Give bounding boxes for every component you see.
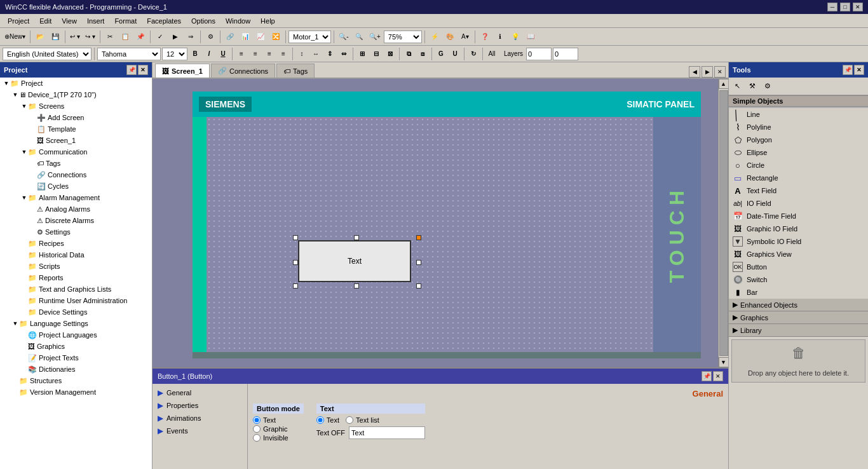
tool-polygon[interactable]: ⬠ Polygon [729, 133, 868, 146]
tree-item-cycles[interactable]: 🔄Cycles [0, 180, 152, 192]
tree-item-communication[interactable]: ▼📁Communication [0, 146, 152, 158]
font-color-btn[interactable]: A▾ [458, 30, 472, 44]
canvas-button[interactable]: Text [298, 240, 411, 282]
tree-item-lang-settings[interactable]: ▼📁Language Settings [0, 318, 152, 329]
tool-rectangle[interactable]: ▭ Rectangle [729, 172, 868, 184]
tree-item-tags[interactable]: 🏷Tags [0, 158, 152, 169]
dist-btn2[interactable]: ⊟ [370, 48, 383, 60]
text-off-input[interactable] [349, 426, 425, 439]
italic-button[interactable]: I [203, 48, 215, 60]
help-btn1[interactable]: ❓ [478, 30, 492, 44]
tree-item-device-settings[interactable]: 📁Device Settings [0, 306, 152, 318]
tree-item-settings[interactable]: ⚙Settings [0, 226, 152, 238]
tab-nav-prev[interactable]: ◀ [689, 66, 700, 78]
tab-nav-next[interactable]: ▶ [702, 66, 713, 78]
props-events[interactable]: ▶ Events [155, 425, 245, 437]
tree-item-dictionaries[interactable]: 📚Dictionaries [0, 364, 152, 375]
menu-project[interactable]: Project [3, 16, 34, 26]
tool-datetime-field[interactable]: 📅 Date-Time Field [729, 210, 868, 222]
handle-tl[interactable] [293, 235, 298, 240]
canvas-scroll-thumb[interactable] [719, 90, 728, 356]
tag-btn3[interactable]: 📈 [254, 30, 268, 44]
enhanced-objects-section[interactable]: ▶ Enhanced Objects [729, 299, 868, 311]
tool-button[interactable]: OK Button [729, 261, 868, 273]
handle-bm[interactable] [354, 283, 359, 289]
tree-item-project-root[interactable]: ▼📁Project [0, 78, 152, 89]
ungroup-btn[interactable]: U [449, 48, 461, 60]
minimize-button[interactable]: ─ [827, 3, 837, 11]
handle-bl[interactable] [293, 283, 298, 289]
zoom-out-btn[interactable]: 🔍- [337, 30, 351, 44]
tree-item-add-screen[interactable]: ➕Add Screen [0, 112, 152, 123]
props-general[interactable]: ▶ General [155, 386, 245, 399]
project-pin-button[interactable]: 📌 [126, 65, 137, 75]
align-btn3[interactable]: ≡ [263, 48, 276, 60]
handle-tr[interactable] [416, 235, 421, 240]
rotate-btn[interactable]: ↻ [467, 48, 480, 60]
tree-item-screen1[interactable]: 🖼Screen_1 [0, 135, 152, 146]
tag-btn2[interactable]: 📊 [238, 30, 252, 44]
menu-edit[interactable]: Edit [34, 16, 57, 26]
order-btn1[interactable]: ⧉ [402, 48, 415, 60]
drop-zone[interactable]: 🗑 Drop any object here to delete it. [731, 339, 865, 383]
tree-item-recipes[interactable]: 📁Recipes [0, 238, 152, 249]
tool-text-field[interactable]: A Text Field [729, 184, 868, 197]
menu-faceplates[interactable]: Faceplates [142, 16, 186, 26]
align-btn4[interactable]: ≡ [277, 48, 290, 60]
radio-text-list-input[interactable] [346, 416, 353, 424]
layer-input2[interactable] [553, 48, 578, 60]
menu-help[interactable]: Help [255, 16, 280, 26]
compile-button[interactable]: ▶ [168, 30, 182, 44]
tree-item-connections[interactable]: 🔗Connections [0, 169, 152, 180]
tool-ellipse[interactable]: ⬭ Ellipse [729, 146, 868, 159]
tree-item-device1[interactable]: ▼🖥Device_1(TP 270 10") [0, 89, 152, 100]
underline-button[interactable]: U [217, 48, 229, 60]
radio-text-input[interactable] [253, 416, 261, 424]
dot-canvas[interactable]: Text [207, 117, 653, 352]
tool-graphics-view[interactable]: 🖼 Graphics View [729, 248, 868, 261]
tree-item-reports[interactable]: 📁Reports [0, 272, 152, 283]
tree-item-discrete-alarms[interactable]: ⚠Discrete Alarms [0, 215, 152, 226]
check-button[interactable]: ✓ [153, 30, 167, 44]
tree-item-version-mgmt[interactable]: 📁Version Management [0, 386, 152, 398]
tag-btn1[interactable]: 🔗 [223, 30, 237, 44]
pos-btn3[interactable]: ⇕ [323, 48, 336, 60]
dist-btn1[interactable]: ⊞ [356, 48, 369, 60]
radio-graphic-input[interactable] [253, 425, 261, 433]
new-button[interactable]: ⊕ New ▾ [3, 30, 27, 44]
tool-polyline[interactable]: ⌇ Polyline [729, 121, 868, 133]
tree-item-structures[interactable]: 📁Structures [0, 375, 152, 386]
align-btn2[interactable]: ≡ [249, 48, 262, 60]
tool-bar[interactable]: ▮ Bar [729, 286, 868, 299]
tool-io-field[interactable]: ab| IO Field [729, 197, 868, 210]
tools-close-btn[interactable]: ✕ [854, 65, 864, 75]
tab-tags[interactable]: 🏷 Tags [276, 64, 315, 78]
tool-graphic-io-field[interactable]: 🖼 Graphic IO Field [729, 222, 868, 235]
library-section[interactable]: ▶ Library [729, 324, 868, 337]
tree-item-alarm-mgmt[interactable]: ▼📁Alarm Management [0, 192, 152, 203]
undo-button[interactable]: ↩ ▾ [68, 30, 82, 44]
motor-dropdown[interactable]: Motor_1 [288, 31, 331, 43]
tool-line[interactable]: ╱ Line [729, 108, 868, 121]
cut-button[interactable]: ✂ [103, 30, 117, 44]
zoom-fit-btn[interactable]: 🔍 [352, 30, 366, 44]
props-animations[interactable]: ▶ Animations [155, 412, 245, 425]
tag-btn4[interactable]: 🔀 [269, 30, 283, 44]
settings-button[interactable]: ⚙ [203, 30, 217, 44]
pos-btn1[interactable]: ↕ [295, 48, 308, 60]
pos-btn2[interactable]: ↔ [309, 48, 322, 60]
font-select[interactable]: Tahoma [97, 48, 161, 60]
transfer-button[interactable]: ⇒ [184, 30, 198, 44]
save-button[interactable]: 💾 [48, 30, 62, 44]
tools-pin-btn[interactable]: 📌 [843, 65, 853, 75]
zoom-dropdown[interactable]: 75% [384, 31, 422, 43]
select-tool[interactable]: ↖ [730, 79, 744, 93]
tab-screen1[interactable]: 🖼 Screen_1 [155, 64, 210, 78]
font-size-select[interactable]: 12 [162, 48, 187, 60]
help-btn4[interactable]: 📖 [524, 30, 538, 44]
props-properties[interactable]: ▶ Properties [155, 399, 245, 412]
settings-tool[interactable]: ⚙ [761, 79, 775, 93]
tree-item-project-texts[interactable]: 📝Project Texts [0, 352, 152, 364]
help-btn3[interactable]: 💡 [508, 30, 522, 44]
tool-switch[interactable]: 🔘 Switch [729, 273, 868, 286]
